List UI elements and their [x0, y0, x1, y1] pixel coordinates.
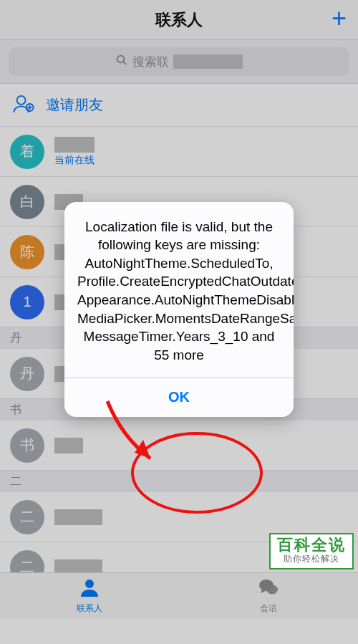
alert-message: Localization file is valid, but the foll… [64, 201, 294, 377]
ok-button[interactable]: OK [64, 378, 294, 417]
watermark-title: 百科全说 [274, 537, 349, 553]
alert-dialog: Localization file is valid, but the foll… [64, 201, 294, 416]
watermark-badge: 百科全说 助你轻松解决 [269, 533, 354, 569]
watermark-subtitle: 助你轻松解决 [274, 553, 349, 565]
